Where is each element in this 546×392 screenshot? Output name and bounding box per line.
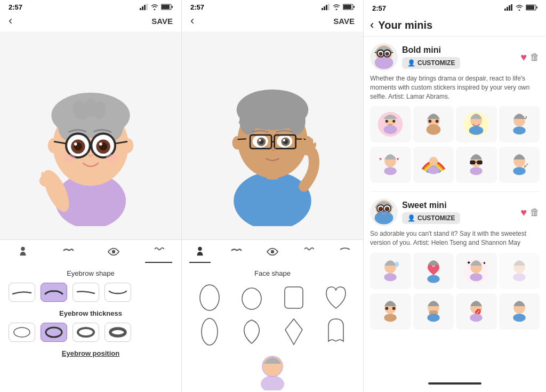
mini-sweet-name: Sweet mini (402, 201, 516, 210)
tab-body-1[interactable] (0, 243, 45, 263)
back-button-3[interactable]: ‹ (370, 18, 374, 32)
svg-point-135 (427, 166, 439, 174)
thickness-4[interactable] (105, 323, 131, 342)
body-icon-2 (194, 246, 206, 258)
sticker-bold-5[interactable]: ♥ ♥ (370, 147, 411, 183)
trash-bold-button[interactable]: 🗑 (530, 52, 540, 63)
mini-avatar-bold (370, 43, 398, 71)
sticker-bold-8[interactable] (499, 147, 540, 183)
panel-face-editor: 2:57 ‹ SAVE (182, 0, 364, 392)
face-shape-diamond[interactable] (275, 317, 312, 347)
sticker-sweet-3[interactable]: ✦ ✦ (456, 253, 497, 289)
mini-card-bold: Bold mini 👤 CUSTOMIZE ♥ 🗑 Whether the da… (370, 43, 540, 183)
svg-point-58 (232, 136, 243, 149)
sticker-bold-4[interactable]: ♪ (499, 106, 540, 142)
eyebrow-position-link[interactable]: Eyebrow position (9, 349, 173, 357)
tab-wave-2[interactable] (291, 243, 327, 263)
svg-rect-137 (470, 161, 476, 165)
sticker-sweet-5[interactable] (370, 293, 411, 330)
sticker-sweet-2[interactable] (413, 253, 454, 289)
sticker-bold-1[interactable] (370, 106, 411, 142)
signal-icon-3 (504, 4, 513, 12)
tab-eye-1[interactable] (91, 243, 136, 263)
mini-sweet-stickers-row1: ✦ ✦ (370, 253, 540, 289)
mini-card-sweet-info: Sweet mini 👤 CUSTOMIZE (402, 201, 516, 224)
sticker-sweet-6[interactable] (413, 293, 454, 330)
eyebrow-shape-4[interactable] (105, 283, 131, 302)
face-shape-pear[interactable] (232, 317, 270, 347)
trash-sweet-button[interactable]: 🗑 (530, 207, 540, 218)
thickness-3[interactable] (73, 323, 99, 342)
svg-line-103 (375, 52, 377, 53)
face-shape-ghost[interactable] (317, 317, 355, 347)
svg-point-150 (375, 212, 394, 225)
svg-point-86 (261, 375, 284, 390)
svg-point-148 (379, 207, 383, 212)
back-button-2[interactable]: ‹ (190, 14, 194, 28)
sticker-sweet-1[interactable] (370, 253, 411, 289)
face-shape-long[interactable] (190, 317, 228, 347)
wifi-icon-3 (515, 4, 524, 12)
nav-bar-1: ‹ SAVE (0, 12, 181, 31)
svg-line-71 (238, 139, 246, 139)
back-button-1[interactable]: ‹ (9, 14, 12, 28)
sticker-bold-7[interactable] (456, 147, 497, 183)
status-icons-2 (322, 4, 355, 11)
eyebrow-shape-1[interactable] (9, 283, 35, 302)
svg-point-24 (74, 142, 77, 146)
save-button-2[interactable]: SAVE (333, 17, 355, 26)
customize-bold-icon: 👤 (407, 59, 415, 67)
svg-point-16 (48, 138, 60, 153)
minis-scroll-area[interactable]: Bold mini 👤 CUSTOMIZE ♥ 🗑 Whether the da… (364, 37, 546, 377)
customize-sweet-button[interactable]: 👤 CUSTOMIZE (402, 212, 460, 224)
mini-sweet-stickers-row2: 💋 (370, 293, 540, 330)
tab-brow-1[interactable] (45, 243, 91, 263)
thickness-2[interactable] (41, 323, 67, 342)
sticker-sweet-8[interactable] (499, 293, 540, 330)
tab-body-2[interactable] (182, 243, 218, 263)
tab-extra-2[interactable] (327, 243, 363, 263)
avatar-svg-1 (32, 45, 149, 226)
tab-wave-1[interactable] (136, 243, 181, 263)
mini-bold-name: Bold mini (402, 45, 516, 55)
face-shapes-grid (190, 283, 355, 347)
thickness-1[interactable] (9, 323, 35, 342)
mini-bold-actions: ♥ 🗑 (520, 51, 540, 63)
svg-point-149 (385, 207, 390, 212)
heart-bold-button[interactable]: ♥ (520, 51, 527, 63)
save-button-1[interactable]: SAVE (151, 17, 173, 26)
bottom-area-3 (364, 377, 546, 392)
svg-point-100 (375, 56, 394, 69)
sticker-sweet-7[interactable]: 💋 (456, 293, 497, 330)
heart-sweet-button[interactable]: ♥ (520, 206, 527, 219)
status-time-2: 2:57 (190, 3, 204, 11)
sticker-bold-3[interactable] (456, 106, 497, 142)
nav-bar-2: ‹ SAVE (182, 12, 363, 31)
sticker-bold-6[interactable] (413, 147, 454, 183)
face-shape-heart[interactable] (317, 283, 355, 313)
eyebrow-shape-title: Eyebrow shape (9, 269, 173, 277)
wifi-icon-1 (150, 4, 159, 11)
eyebrow-shape-2[interactable] (41, 283, 67, 302)
svg-rect-83 (285, 287, 303, 308)
svg-point-44 (110, 329, 125, 336)
svg-point-116 (436, 120, 439, 123)
face-shape-oval[interactable] (190, 283, 228, 313)
face-shape-round[interactable] (232, 283, 270, 313)
tab-eye-2[interactable] (254, 243, 291, 263)
mini-bold-stickers-row2: ♥ ♥ (370, 147, 540, 183)
eyebrow-shape-3[interactable] (73, 283, 99, 302)
tab-brow-2[interactable] (218, 243, 254, 263)
sticker-bold-2[interactable] (413, 106, 454, 142)
face-shape-square[interactable] (275, 283, 312, 313)
svg-point-110 (392, 120, 395, 123)
svg-rect-90 (509, 5, 510, 11)
battery-icon-2 (343, 4, 355, 11)
customize-bold-button[interactable]: 👤 CUSTOMIZE (402, 57, 460, 69)
svg-rect-48 (328, 4, 330, 10)
svg-point-81 (200, 285, 219, 310)
sticker-sweet-4[interactable] (499, 253, 540, 289)
svg-point-25 (99, 142, 102, 146)
mini-bold-desc: Whether the day brings drama or despair,… (370, 74, 540, 101)
svg-rect-46 (324, 6, 325, 10)
